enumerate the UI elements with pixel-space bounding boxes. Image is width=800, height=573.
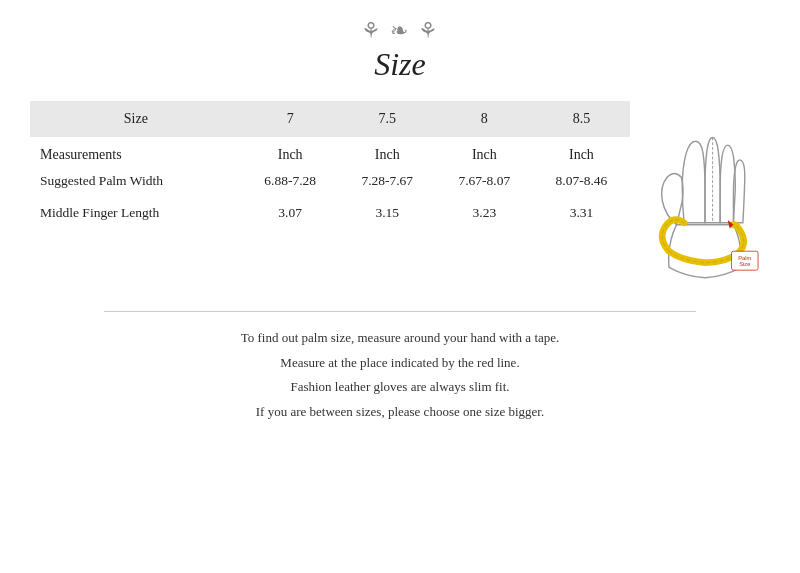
table-cell: 3.23	[436, 197, 533, 229]
size-table: Size77.588.5MeasurementsInchInchInchInch…	[30, 101, 630, 229]
table-header-label: Size	[30, 101, 242, 137]
svg-text:Size: Size	[739, 261, 750, 267]
table-header-size: 7.5	[339, 101, 436, 137]
page-title: Size	[374, 46, 426, 83]
table-cell: Inch	[533, 137, 630, 165]
table-header-size: 8	[436, 101, 533, 137]
footer-line: If you are between sizes, please choose …	[241, 400, 560, 425]
hand-illustration: Palm Size	[640, 111, 770, 295]
table-cell: 6.88-7.28	[242, 165, 339, 197]
footer-line: Measure at the place indicated by the re…	[241, 351, 560, 376]
hand-svg: Palm Size	[640, 111, 770, 291]
ornament-decoration: ⚘ ❧ ⚘	[361, 18, 440, 44]
svg-text:Palm: Palm	[738, 255, 751, 261]
table-cell: 3.15	[339, 197, 436, 229]
table-cell: 7.67-8.07	[436, 165, 533, 197]
table-header-size: 8.5	[533, 101, 630, 137]
table-row-label: Suggested Palm Width	[30, 165, 242, 197]
table-cell: Inch	[436, 137, 533, 165]
table-row-label: Measurements	[30, 137, 242, 165]
footer-line: To find out palm size, measure around yo…	[241, 326, 560, 351]
table-cell: 7.28-7.67	[339, 165, 436, 197]
table-section: Size77.588.5MeasurementsInchInchInchInch…	[30, 101, 630, 229]
table-cell: Inch	[242, 137, 339, 165]
table-row-label: Middle Finger Length	[30, 197, 242, 229]
page-wrapper: ⚘ ❧ ⚘ Size Size77.588.5MeasurementsInchI…	[0, 0, 800, 573]
footer-line: Fashion leather gloves are always slim f…	[241, 375, 560, 400]
footer-text: To find out palm size, measure around yo…	[241, 326, 560, 425]
content-area: Size77.588.5MeasurementsInchInchInchInch…	[30, 101, 770, 295]
table-cell: 8.07-8.46	[533, 165, 630, 197]
table-cell: 3.31	[533, 197, 630, 229]
section-divider	[104, 311, 696, 312]
table-header-size: 7	[242, 101, 339, 137]
table-cell: Inch	[339, 137, 436, 165]
table-cell: 3.07	[242, 197, 339, 229]
